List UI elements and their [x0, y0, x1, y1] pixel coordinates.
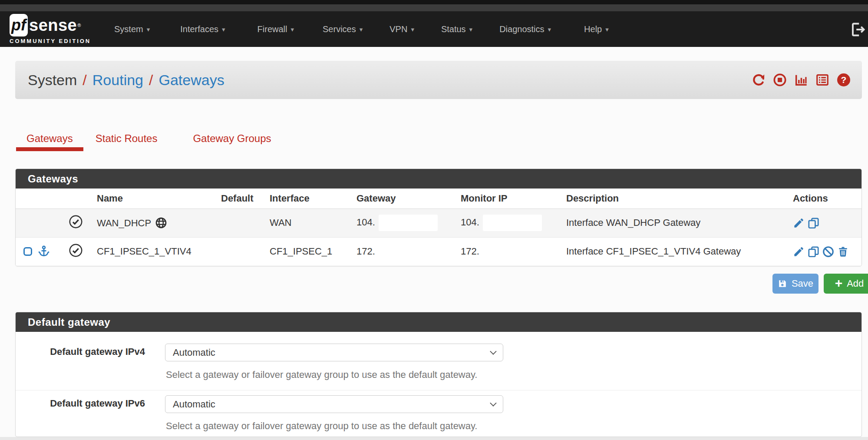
breadcrumb-separator: / — [149, 72, 153, 89]
nav-item-system[interactable]: System ▾ — [104, 24, 160, 34]
default-gateway-ipv6-label: Default gateway IPv6 — [33, 398, 145, 409]
globe-icon — [155, 217, 167, 229]
refresh-icon[interactable] — [752, 73, 766, 87]
gateway-address: 104. — [356, 217, 375, 228]
caret-down-icon: ▾ — [222, 26, 225, 33]
nav-item-status[interactable]: Status ▾ — [431, 24, 482, 34]
gateways-table: Name Default Interface Gateway Monitor I… — [16, 189, 862, 266]
log-list-icon[interactable] — [815, 73, 829, 87]
vti-square-icon — [23, 247, 32, 256]
default-gateway-form: Default gateway IPv4 Automatic Select a … — [16, 332, 861, 437]
tab-gateways[interactable]: Gateways — [16, 129, 83, 151]
col-default: Default — [216, 189, 264, 208]
breadcrumb-bar: System / Routing / Gateways ? — [15, 61, 862, 99]
caret-down-icon: ▾ — [548, 26, 551, 33]
redacted-value — [379, 215, 438, 231]
chevron-down-icon — [490, 348, 497, 355]
plus-icon: + — [835, 277, 843, 290]
col-monitor-ip: Monitor IP — [455, 189, 561, 208]
edit-pencil-icon[interactable] — [793, 217, 805, 229]
default-gateway-ipv4-help: Select a gateway or failover gateway gro… — [166, 369, 477, 380]
caret-down-icon: ▾ — [290, 26, 294, 33]
col-gateway: Gateway — [351, 189, 455, 208]
caret-down-icon: ▾ — [605, 26, 609, 33]
routing-tabs: Gateways Static Routes Gateway Groups — [16, 129, 284, 151]
pfsense-logo-subtitle: COMMUNITY EDITION — [10, 38, 105, 44]
pfsense-logo-sense: sense — [29, 16, 77, 35]
monitor-ip: 104. — [461, 217, 479, 228]
delete-trash-icon[interactable] — [837, 246, 849, 258]
edit-pencil-icon[interactable] — [793, 246, 805, 258]
default-gateway-ipv6-select[interactable]: Automatic — [165, 395, 503, 413]
nav-menu: System ▾ Interfaces ▾ Firewall ▾ Service… — [104, 11, 619, 47]
anchor-icon — [37, 245, 50, 258]
default-gateway-ipv6-help: Select a gateway or failover gateway gro… — [166, 420, 477, 432]
gateways-panel: Gateways Name Default Interface Gateway … — [15, 169, 862, 266]
monitor-chart-icon[interactable] — [794, 73, 808, 87]
help-icon[interactable]: ? — [837, 73, 851, 87]
redacted-value — [483, 215, 542, 231]
nav-item-help[interactable]: Help ▾ — [574, 24, 619, 34]
default-gateway-panel: Default gateway Default gateway IPv4 Aut… — [15, 312, 862, 437]
copy-icon[interactable] — [808, 246, 819, 258]
pfsense-logo-pf: pf — [10, 14, 28, 36]
caret-down-icon: ▾ — [469, 26, 473, 33]
caret-down-icon: ▾ — [147, 26, 150, 33]
disable-ban-icon[interactable] — [822, 246, 834, 258]
gateway-default — [216, 208, 264, 237]
pfsense-logo[interactable]: pfsense® COMMUNITY EDITION — [10, 14, 105, 47]
default-gateway-ipv4-label: Default gateway IPv4 — [33, 346, 145, 357]
nav-item-interfaces[interactable]: Interfaces ▾ — [170, 24, 235, 34]
page-header-actions: ? — [752, 61, 851, 99]
registered-mark: ® — [77, 23, 81, 28]
default-gateway-panel-title: Default gateway — [16, 312, 861, 332]
nav-item-vpn[interactable]: VPN ▾ — [380, 24, 424, 34]
breadcrumb-separator: / — [83, 72, 86, 89]
tab-gateway-groups[interactable]: Gateway Groups — [182, 129, 281, 151]
breadcrumb: System / Routing / Gateways — [28, 72, 224, 89]
breadcrumb-system: System — [28, 72, 77, 89]
table-row-wan-dhcp: WAN_DHCP WAN 104. 104. Interface WAN_DHC… — [16, 208, 862, 237]
top-strip — [0, 0, 868, 4]
gateway-enabled-icon — [69, 243, 83, 258]
copy-icon[interactable] — [808, 217, 819, 229]
monitor-ip: 172. — [455, 237, 561, 266]
gateways-table-header-row: Name Default Interface Gateway Monitor I… — [16, 189, 862, 208]
gateways-panel-title: Gateways — [16, 169, 861, 189]
gateway-description: Interface WAN_DHCP Gateway — [561, 208, 788, 237]
col-actions: Actions — [788, 189, 862, 208]
stop-icon[interactable] — [773, 73, 787, 87]
gateway-address: 172. — [351, 237, 455, 266]
nav-item-services[interactable]: Services ▾ — [313, 24, 373, 34]
gateway-interface: WAN — [264, 208, 351, 237]
breadcrumb-routing-link[interactable]: Routing — [92, 72, 143, 89]
save-button[interactable]: Save — [772, 274, 818, 294]
col-name: Name — [92, 189, 216, 208]
chevron-down-icon — [490, 400, 497, 407]
pfsense-app: pfsense® COMMUNITY EDITION System ▾ Inte… — [0, 0, 868, 440]
nav-item-diagnostics[interactable]: Diagnostics ▾ — [489, 24, 561, 34]
gateway-enabled-icon — [69, 215, 83, 229]
breadcrumb-gateways-link[interactable]: Gateways — [158, 72, 224, 89]
nav-item-firewall[interactable]: Firewall ▾ — [248, 24, 304, 34]
default-gateway-ipv4-select[interactable]: Automatic — [165, 344, 503, 361]
col-interface: Interface — [264, 189, 351, 208]
save-floppy-icon — [778, 279, 787, 288]
logout-button[interactable] — [850, 22, 866, 37]
sign-out-icon — [850, 22, 866, 37]
caret-down-icon: ▾ — [360, 26, 363, 33]
add-button[interactable]: + Add — [824, 274, 868, 294]
tab-static-routes[interactable]: Static Routes — [85, 129, 168, 151]
table-row-cf1-ipsec: CF1_IPSEC_1_VTIV4 CF1_IPSEC_1 172. 172. … — [16, 237, 862, 266]
col-description: Description — [561, 189, 788, 208]
top-gray-strip — [0, 4, 868, 11]
gateway-description: Interface CF1_IPSEC_1_VTIV4 Gateway — [561, 237, 788, 266]
gateway-name: WAN_DHCP — [97, 218, 151, 228]
gateway-name: CF1_IPSEC_1_VTIV4 — [92, 237, 216, 266]
caret-down-icon: ▾ — [411, 26, 414, 33]
gateway-default — [216, 237, 264, 266]
gateway-interface: CF1_IPSEC_1 — [264, 237, 351, 266]
main-navbar: pfsense® COMMUNITY EDITION System ▾ Inte… — [0, 11, 868, 47]
form-divider — [16, 390, 861, 390]
page-bottom-strip — [0, 437, 868, 440]
